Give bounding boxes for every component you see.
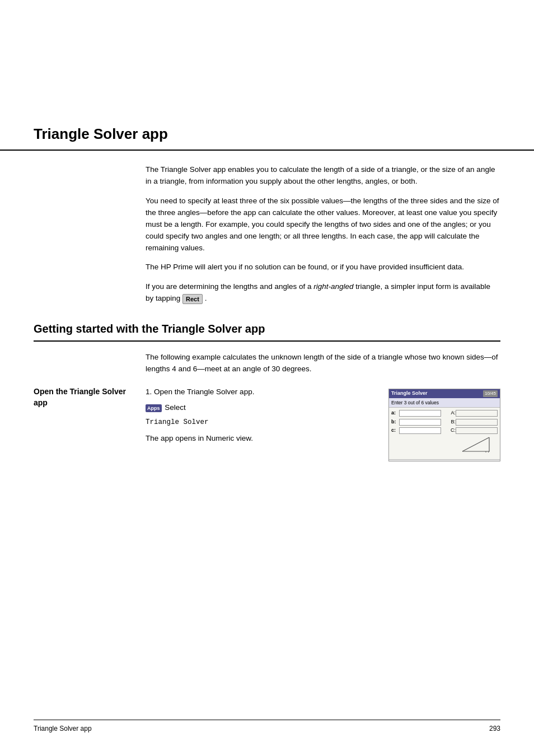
calc-triangle-svg	[461, 435, 492, 455]
select-text: Select	[165, 403, 186, 412]
step-text-col: 1. Open the Triangle Solver app. Apps Se…	[146, 386, 380, 452]
numeric-view-text: The app opens in Numeric view.	[146, 433, 380, 445]
step-inner: 1. Open the Triangle Solver app. Apps Se…	[146, 386, 500, 461]
calc-screenshot: Triangle Solver 10/45 Enter 3 out of 6 v…	[388, 389, 500, 461]
getting-started-intro-block: The following example calculates the unk…	[146, 352, 500, 375]
chapter-title: Triangle Solver app	[34, 123, 500, 145]
calc-row-b: b: B:	[391, 418, 498, 426]
main-content: The Triangle Solver app enables you to c…	[0, 164, 534, 461]
footer-page-number: 293	[489, 724, 500, 734]
calc-menu-btn: 10/45	[483, 390, 498, 397]
calc-screenshot-container: Triangle Solver 10/45 Enter 3 out of 6 v…	[388, 386, 500, 461]
page-footer: Triangle Solver app 293	[34, 720, 500, 734]
step-left-label: Open the Triangle Solver app	[34, 386, 134, 461]
calc-titlebar: Triangle Solver 10/45	[389, 389, 500, 398]
step-label-title: Open the Triangle Solver app	[34, 386, 134, 408]
top-space	[0, 0, 534, 123]
apps-badge: Apps	[146, 404, 162, 412]
section-heading: Getting started with the Triangle Solver…	[34, 320, 500, 342]
chapter-heading: Triangle Solver app	[0, 123, 534, 151]
calc-input-c[interactable]	[399, 427, 441, 434]
calc-label-c: c:	[391, 427, 399, 435]
calc-right-input-C[interactable]	[456, 427, 498, 434]
calc-right-label-C: C:	[444, 427, 456, 435]
mono-triangle-solver: Triangle Solver	[146, 416, 380, 428]
calc-right-input-B[interactable]	[456, 419, 498, 426]
getting-started-content: The following example calculates the unk…	[34, 352, 500, 461]
calc-right-label-B: B:	[444, 418, 456, 426]
calc-body: a: A: b: B:	[389, 408, 500, 459]
step-row-1: Open the Triangle Solver app 1. Open the…	[34, 386, 500, 461]
calc-label-b: b:	[391, 418, 399, 426]
intro-para-2: You need to specify at least three of th…	[146, 195, 500, 254]
intro-para-3: The HP Prime will alert you if no soluti…	[146, 262, 500, 273]
calc-row-c: c: C:	[391, 427, 498, 435]
calc-status: Enter length of side a	[389, 459, 500, 461]
calc-input-b[interactable]	[399, 419, 441, 426]
calc-right-label-A: A:	[444, 409, 456, 417]
step-1-text: 1. Open the Triangle Solver app.	[146, 386, 380, 398]
footer-chapter-label: Triangle Solver app	[34, 724, 92, 734]
apps-select-line: Apps Select	[146, 402, 380, 414]
calc-row-a: a: A:	[391, 409, 498, 417]
step-right-content: 1. Open the Triangle Solver app. Apps Se…	[146, 386, 500, 461]
calc-subtitle: Enter 3 out of 6 values	[389, 398, 500, 408]
calc-input-a[interactable]	[399, 410, 441, 417]
intro-para-4: If you are determining the lengths and a…	[146, 281, 500, 305]
calc-label-a: a:	[391, 409, 399, 417]
rect-button-inline[interactable]: Rect	[182, 294, 203, 304]
getting-started-intro: The following example calculates the unk…	[146, 352, 500, 375]
intro-para-1: The Triangle Solver app enables you to c…	[146, 164, 500, 188]
intro-paragraphs-block: The Triangle Solver app enables you to c…	[146, 164, 500, 305]
calc-right-input-A[interactable]	[456, 410, 498, 417]
calc-title-text: Triangle Solver	[391, 390, 428, 398]
calc-triangle-area	[391, 436, 498, 456]
page-container: Triangle Solver app The Triangle Solver …	[0, 0, 534, 756]
